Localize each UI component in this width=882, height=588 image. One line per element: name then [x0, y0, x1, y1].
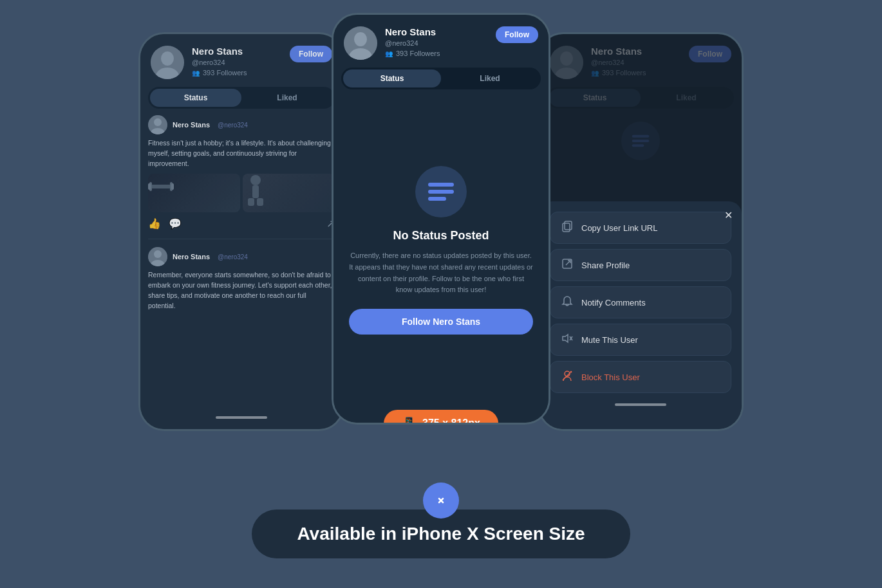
tab-bar-center: Status Liked	[341, 68, 541, 89]
main-container: Nero Stans @nero324 👥 393 Followers Foll…	[0, 0, 882, 588]
svg-rect-22	[428, 190, 454, 194]
avatar-center	[344, 26, 377, 60]
close-menu-button[interactable]: ✕	[724, 209, 733, 221]
avatar-left	[151, 46, 184, 79]
followers-icon-left: 👥	[192, 69, 200, 77]
copy-link-icon	[561, 221, 574, 235]
phone-center-content: Nero Stans @nero324 👥 393 Followers Foll…	[333, 15, 549, 423]
post-author-2: Nero Stans	[173, 253, 210, 261]
followers-icon-center: 👥	[385, 50, 393, 57]
no-status-title: No Status Posted	[393, 229, 489, 243]
followers-text-center: 393 Followers	[396, 50, 440, 57]
svg-rect-6	[151, 185, 171, 188]
svg-rect-10	[171, 183, 174, 190]
size-badge-text: 375 x 812px	[422, 418, 480, 425]
svg-point-1	[161, 51, 174, 66]
menu-item-notify[interactable]: Notify Comments	[550, 286, 731, 318]
post-text-1: Fitness isn't just a hobby; it's a lifes…	[148, 138, 335, 169]
phone-icon: 📱	[402, 416, 416, 425]
post-header-2: Nero Stans @nero324	[148, 247, 335, 266]
tab-liked-left[interactable]: Liked	[241, 89, 333, 107]
phones-row: Nero Stans @nero324 👥 393 Followers Foll…	[0, 13, 882, 431]
phone-right: Nero Stans @nero324 👥 393 Followers Foll…	[538, 32, 744, 431]
notify-icon	[561, 295, 574, 309]
mute-icon	[561, 333, 574, 347]
home-indicator-right	[615, 403, 666, 406]
tab-status-left[interactable]: Status	[150, 89, 241, 107]
svg-rect-14	[257, 198, 263, 206]
menu-item-block[interactable]: Block This User	[550, 361, 731, 393]
divider-1	[148, 239, 335, 239]
profile-info-center: Nero Stans @nero324 👥 393 Followers	[385, 26, 488, 57]
svg-point-11	[250, 175, 261, 185]
post-card-1: Nero Stans @nero324 Fitness isn't just a…	[148, 115, 335, 230]
phone-left-content: Nero Stans @nero324 👥 393 Followers Foll…	[140, 34, 342, 429]
post-header-1: Nero Stans @nero324	[148, 115, 335, 134]
post-card-2: Nero Stans @nero324 Remember, everyone s…	[148, 247, 335, 311]
comment-button-1[interactable]: 💬	[169, 217, 182, 230]
bottom-indicator-right	[550, 398, 731, 411]
block-icon	[561, 370, 574, 384]
profile-name-center: Nero Stans	[385, 26, 488, 38]
home-indicator-left	[216, 416, 267, 419]
svg-rect-23	[428, 197, 446, 201]
follow-button-center[interactable]: Follow	[496, 26, 538, 43]
svg-point-19	[354, 32, 367, 46]
share-profile-icon	[561, 258, 574, 272]
tab-bar-left: Status Liked	[148, 87, 335, 109]
like-button-1[interactable]: 👍	[148, 217, 161, 230]
profile-header-left: Nero Stans @nero324 👥 393 Followers Foll…	[140, 34, 342, 87]
tab-status-center[interactable]: Status	[343, 69, 441, 87]
post-images-1	[148, 174, 335, 212]
post-author-1: Nero Stans	[173, 121, 210, 129]
post-handle-1: @nero324	[218, 122, 248, 129]
tab-liked-center[interactable]: Liked	[441, 69, 539, 87]
svg-point-16	[154, 250, 162, 258]
post-handle-2: @nero324	[218, 253, 248, 261]
bottom-section: Available in iPhone X Screen Size	[252, 482, 630, 558]
svg-marker-34	[563, 335, 568, 342]
available-text: Available in iPhone X Screen Size	[297, 524, 585, 544]
svg-rect-21	[428, 183, 454, 187]
profile-name-left: Nero Stans	[192, 46, 282, 57]
post-img-left-1	[148, 174, 240, 212]
action-menu: ✕ Copy User Link URL	[540, 201, 742, 429]
phone-left: Nero Stans @nero324 👥 393 Followers Foll…	[138, 32, 344, 431]
post-avatar-2	[148, 247, 167, 266]
followers-text-left: 393 Followers	[203, 69, 247, 77]
svg-rect-30	[563, 223, 570, 232]
menu-item-share-profile[interactable]: Share Profile	[550, 249, 731, 281]
svg-rect-13	[248, 198, 254, 206]
svg-point-4	[154, 118, 162, 126]
menu-item-copy-link[interactable]: Copy User Link URL	[550, 212, 731, 244]
mute-label: Mute This User	[581, 335, 638, 345]
share-profile-label: Share Profile	[581, 261, 630, 270]
followers-row-left: 👥 393 Followers	[192, 69, 282, 77]
post-actions-1: 👍 💬 ↗	[148, 217, 335, 230]
phone-right-content: Nero Stans @nero324 👥 393 Followers Foll…	[540, 34, 742, 429]
svg-rect-31	[565, 221, 572, 230]
copy-link-label: Copy User Link URL	[581, 223, 658, 233]
block-label: Block This User	[581, 372, 640, 382]
no-status-description: Currently, there are no status updates p…	[349, 250, 533, 295]
bottom-indicator-left	[140, 411, 342, 424]
profile-handle-center: @nero324	[385, 39, 488, 47]
collapse-button[interactable]	[423, 482, 459, 519]
profile-header-center: Nero Stans @nero324 👥 393 Followers Foll…	[333, 15, 549, 68]
follow-button-left[interactable]: Follow	[290, 46, 332, 62]
post-avatar-1	[148, 115, 167, 134]
size-badge: 📱 375 x 812px	[384, 410, 498, 425]
no-status-section: No Status Posted Currently, there are no…	[333, 96, 549, 405]
phone-center: Nero Stans @nero324 👥 393 Followers Foll…	[332, 13, 550, 425]
post-img-right-1	[243, 174, 335, 212]
feed-left: Nero Stans @nero324 Fitness isn't just a…	[140, 115, 342, 411]
svg-line-33	[566, 261, 570, 265]
no-status-icon	[415, 166, 467, 217]
profile-handle-left: @nero324	[192, 59, 282, 66]
menu-item-mute[interactable]: Mute This User	[550, 324, 731, 356]
svg-rect-12	[252, 185, 259, 198]
follow-nero-button[interactable]: Follow Nero Stans	[349, 309, 533, 335]
profile-info-left: Nero Stans @nero324 👥 393 Followers	[192, 46, 282, 77]
post-text-2: Remember, everyone starts somewhere, so …	[148, 270, 335, 311]
svg-rect-9	[148, 183, 151, 190]
